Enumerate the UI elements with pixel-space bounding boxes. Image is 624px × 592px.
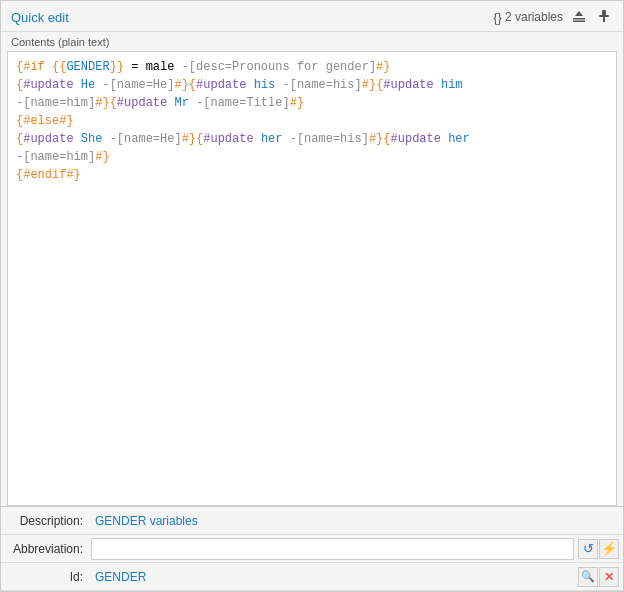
contents-label: Contents (plain text) [1,32,623,51]
bottom-fields: Description: GENDER variables Abbreviati… [1,506,623,591]
svg-rect-4 [599,15,609,17]
abbreviation-row: Abbreviation: ↺ ⚡ [1,535,623,563]
export-icon [572,10,586,24]
abbreviation-actions: ↺ ⚡ [574,539,623,559]
id-search-button[interactable]: 🔍 [578,567,598,587]
abbreviation-add-button[interactable]: ⚡ [599,539,619,559]
code-editor[interactable]: {#if {{GENDER}} = male -[desc=Pronouns f… [7,51,617,506]
abbreviation-label: Abbreviation: [1,542,91,556]
id-actions: 🔍 ✕ [574,567,623,587]
add-icon: ⚡ [601,541,617,556]
description-row: Description: GENDER variables [1,507,623,535]
quick-edit-panel: Quick edit {} 2 variables [0,0,624,592]
header: Quick edit {} 2 variables [1,1,623,32]
svg-rect-0 [573,18,585,20]
svg-rect-1 [573,21,585,23]
svg-rect-5 [603,17,605,22]
description-label: Description: [1,514,91,528]
refresh-icon: ↺ [583,541,594,556]
panel-title: Quick edit [11,10,69,25]
export-button[interactable] [569,9,589,25]
pin-icon [598,10,610,24]
search-icon: 🔍 [581,570,595,583]
abbreviation-input[interactable] [91,538,574,560]
description-value: GENDER variables [91,512,623,530]
id-row: Id: GENDER 🔍 ✕ [1,563,623,591]
variables-badge: {} 2 variables [493,10,563,25]
id-label: Id: [1,570,91,584]
id-clear-button[interactable]: ✕ [599,567,619,587]
pin-button[interactable] [595,9,613,25]
svg-marker-2 [575,11,583,16]
variables-count: 2 variables [505,10,563,24]
clear-icon: ✕ [604,570,614,584]
id-value[interactable]: GENDER [91,568,574,586]
header-actions: {} 2 variables [493,9,613,25]
abbreviation-refresh-button[interactable]: ↺ [578,539,598,559]
variables-icon: {} [493,10,502,25]
